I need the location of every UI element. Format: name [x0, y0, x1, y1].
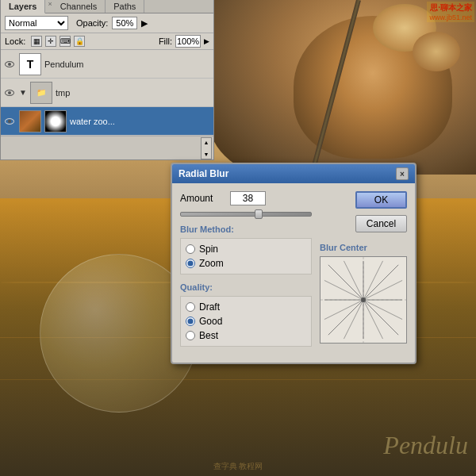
layer-row-tmp[interactable]: ▼ 📁 tmp: [1, 79, 213, 107]
watermark-line1: 思·聊本之家: [429, 2, 472, 13]
fill-label: Fill:: [159, 36, 172, 46]
lock-checkerboard-icon[interactable]: ▦: [31, 36, 42, 47]
blur-method-zoom[interactable]: Zoom: [186, 258, 306, 269]
dialog-left-panel: Amount Blur Method: Spin Zoom Qua: [180, 191, 312, 355]
quality-label: Quality:: [180, 282, 312, 292]
blend-opacity-row: Normal Multiply Screen Opacity: ▶: [1, 13, 213, 33]
opacity-label: Opacity:: [76, 18, 108, 28]
blur-grid-svg: [321, 257, 406, 343]
lock-move-icon[interactable]: ✛: [45, 36, 56, 47]
svg-line-10: [363, 300, 402, 320]
cancel-button[interactable]: Cancel: [355, 215, 407, 232]
svg-line-7: [328, 265, 363, 300]
layers-tabs: Layers × Channels Paths: [1, 0, 213, 13]
layer-row-pendulum[interactable]: T Pendulum: [1, 50, 213, 79]
blur-method-zoom-radio[interactable]: [186, 259, 195, 268]
amount-input[interactable]: [230, 191, 266, 205]
folder-arrow-tmp[interactable]: ▼: [19, 88, 27, 97]
tab-channels[interactable]: Channels: [52, 0, 106, 13]
fill-arrow[interactable]: ▶: [204, 37, 209, 45]
blur-method-zoom-label: Zoom: [199, 258, 224, 269]
eye-icon-pendulum[interactable]: [3, 58, 16, 71]
tab-paths[interactable]: Paths: [106, 0, 144, 13]
quality-good[interactable]: Good: [186, 316, 306, 327]
blur-center-label: Blur Center: [320, 243, 407, 252]
svg-line-9: [363, 280, 402, 300]
blur-method-label: Blur Method:: [180, 225, 312, 234]
dialog-body: Amount Blur Method: Spin Zoom Qua: [172, 183, 415, 363]
dialog-titlebar: Radial Blur ×: [172, 164, 415, 183]
tab-layers[interactable]: Layers: [1, 0, 45, 13]
site-watermark: 思·聊本之家 www.jb51.net: [427, 2, 474, 22]
quality-best-radio[interactable]: [186, 331, 195, 340]
svg-line-12: [344, 300, 363, 339]
svg-point-18: [361, 298, 366, 302]
blur-method-spin[interactable]: Spin: [186, 244, 306, 255]
layer-thumb-water-image: [19, 110, 41, 132]
dialog-title: Radial Blur: [178, 168, 228, 179]
blur-center-area: Blur Center: [320, 243, 407, 344]
pendulum-watermark: Pendulu: [383, 431, 468, 460]
layer-name-tmp: tmp: [56, 88, 211, 98]
quality-best-label: Best: [199, 330, 218, 341]
blur-method-spin-label: Spin: [199, 244, 218, 255]
blur-method-spin-radio[interactable]: [186, 244, 195, 254]
amount-slider-track[interactable]: [180, 212, 312, 217]
lock-row: Lock: ▦ ✛ ⌨ 🔒 Fill: ▶: [1, 33, 213, 50]
radial-blur-dialog: Radial Blur × Amount Blur Method: Spin: [171, 163, 416, 364]
hamster-area: [206, 0, 476, 175]
eye-icon-tmp[interactable]: [3, 86, 16, 99]
quality-best[interactable]: Best: [186, 330, 306, 341]
blur-center-grid[interactable]: [320, 256, 407, 344]
layer-name-pendulum: Pendulum: [44, 60, 211, 69]
quality-draft[interactable]: Draft: [186, 301, 306, 313]
blend-mode-select[interactable]: Normal Multiply Screen: [5, 16, 68, 30]
fill-input[interactable]: [175, 35, 201, 48]
quality-good-radio[interactable]: [186, 317, 195, 326]
layer-row-water[interactable]: water zoo...: [1, 107, 213, 136]
opacity-arrow[interactable]: ▶: [141, 18, 148, 29]
ok-button[interactable]: OK: [355, 191, 407, 209]
panel-scrollbar[interactable]: ▲ ▼: [201, 137, 212, 159]
quality-good-label: Good: [199, 316, 222, 327]
panel-scrollbar-area: ▲ ▼: [1, 136, 213, 159]
quality-draft-radio[interactable]: [186, 302, 195, 312]
lock-brush-icon[interactable]: ⌨: [60, 36, 71, 47]
quality-group: Draft Good Best: [180, 296, 312, 347]
watermark-line2: www.jb51.net: [429, 13, 472, 21]
layer-thumb-water-mask: [44, 110, 67, 132]
layer-thumb-pendulum: T: [19, 53, 41, 75]
eye-icon-water[interactable]: [3, 115, 16, 128]
layer-thumb-folder-tmp: 📁: [30, 82, 52, 104]
svg-line-1: [363, 265, 398, 300]
amount-slider-thumb[interactable]: [255, 209, 263, 219]
lock-label: Lock:: [5, 36, 25, 46]
svg-line-13: [324, 300, 363, 320]
opacity-input[interactable]: [112, 17, 137, 29]
blur-method-group: Spin Zoom: [180, 238, 312, 274]
amount-label: Amount: [180, 193, 224, 204]
amount-row: Amount: [180, 191, 312, 205]
source-watermark: 查字典 教程网: [213, 461, 263, 472]
layers-panel: Layers × Channels Paths Normal Multiply …: [0, 0, 214, 160]
dialog-right-panel: OK Cancel Blur Center: [320, 191, 407, 355]
svg-line-14: [324, 280, 363, 300]
svg-line-3: [363, 300, 398, 335]
svg-line-5: [328, 300, 363, 335]
layer-name-water: water zoo...: [70, 117, 211, 126]
svg-line-11: [363, 300, 383, 339]
svg-line-15: [344, 261, 363, 300]
quality-draft-label: Draft: [199, 301, 220, 313]
svg-line-8: [363, 261, 383, 300]
dialog-close-button[interactable]: ×: [396, 167, 409, 180]
lock-all-icon[interactable]: 🔒: [74, 36, 85, 47]
